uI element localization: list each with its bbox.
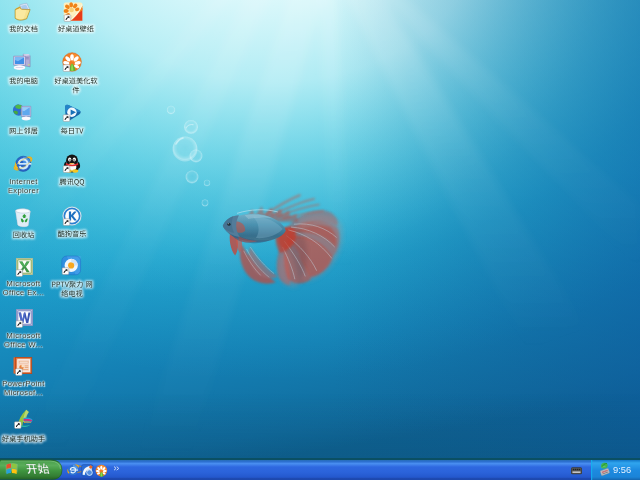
- svg-text:9:56: 9:56: [613, 465, 631, 475]
